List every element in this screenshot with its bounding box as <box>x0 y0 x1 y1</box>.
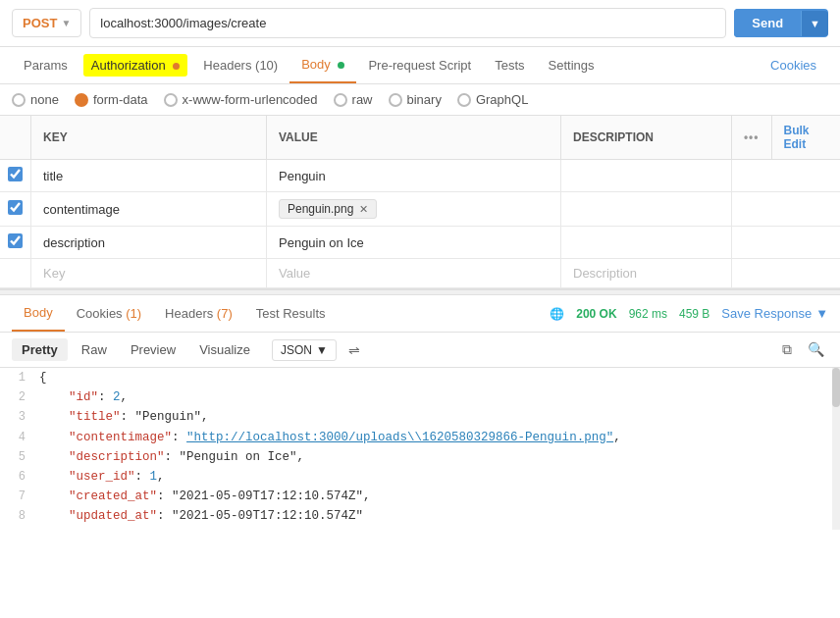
placeholder-value[interactable]: Value <box>267 259 561 288</box>
row2-key[interactable]: contentimage <box>31 192 267 227</box>
row1-checkbox[interactable] <box>8 167 23 181</box>
bulk-edit-header[interactable]: Bulk Edit <box>771 116 840 160</box>
checkbox-header-col <box>0 116 31 160</box>
radio-urlencoded[interactable]: x-www-form-urlencoded <box>164 92 318 107</box>
row3-value[interactable]: Penguin on Ice <box>267 227 561 259</box>
radio-binary-circle <box>389 93 402 107</box>
form-table: KEY VALUE DESCRIPTION ••• Bulk Edit titl… <box>0 116 840 288</box>
placeholder-key[interactable]: Key <box>31 259 267 288</box>
format-tab-preview[interactable]: Preview <box>121 338 185 361</box>
code-line-2: 2 "id": 2, <box>0 387 840 407</box>
method-selector[interactable]: POST ▼ <box>12 9 81 37</box>
placeholder-desc[interactable]: Description <box>561 259 732 288</box>
save-response-chevron: ▼ <box>815 306 828 321</box>
code-line-1: 1 { <box>0 368 840 387</box>
url-input[interactable] <box>89 8 726 38</box>
table-row: contentimage Penguin.png ✕ <box>0 192 840 227</box>
format-tab-pretty[interactable]: Pretty <box>12 338 68 361</box>
method-label: POST <box>23 16 57 30</box>
row2-desc[interactable] <box>561 192 732 227</box>
body-dot <box>338 62 344 69</box>
row1-value[interactable]: Penguin <box>267 160 561 192</box>
response-code-area: 1 { 2 "id": 2, 3 "title": "Penguin", 4 "… <box>0 368 840 530</box>
authorization-dot <box>173 63 180 70</box>
code-line-3: 3 "title": "Penguin", <box>0 407 840 427</box>
radio-urlencoded-circle <box>164 93 178 107</box>
table-row: description Penguin on Ice <box>0 227 840 259</box>
format-bar: Pretty Raw Preview Visualize JSON ▼ ⇌ ⧉ … <box>0 333 840 368</box>
radio-graphql-circle <box>457 93 471 107</box>
row2-value: Penguin.png ✕ <box>267 192 561 227</box>
scrollbar-track[interactable] <box>832 368 840 530</box>
tab-prerequest[interactable]: Pre-request Script <box>356 48 483 82</box>
radio-binary[interactable]: binary <box>389 92 442 107</box>
code-line-9: 9 } <box>0 527 840 531</box>
row1-key[interactable]: title <box>31 160 267 192</box>
file-tag-name: Penguin.png <box>288 202 353 216</box>
response-tabs: Body Cookies (1) Headers (7) Test Result… <box>0 295 840 333</box>
request-tabs: Params Authorization Headers (10) Body P… <box>0 47 840 84</box>
row3-desc[interactable] <box>561 227 732 259</box>
radio-form-data[interactable]: form-data <box>75 92 148 107</box>
response-tab-cookies[interactable]: Cookies (1) <box>65 296 153 331</box>
radio-raw[interactable]: raw <box>334 92 373 107</box>
json-select-chevron: ▼ <box>316 343 328 357</box>
format-tab-raw[interactable]: Raw <box>72 338 117 361</box>
code-line-7: 7 "created_at": "2021-05-09T17:12:10.574… <box>0 487 840 506</box>
row1-desc[interactable] <box>561 160 732 192</box>
file-tag: Penguin.png ✕ <box>279 199 377 219</box>
key-header: KEY <box>31 116 267 160</box>
placeholder-row: Key Value Description <box>0 259 840 288</box>
search-icon[interactable]: 🔍 <box>804 339 828 360</box>
response-status-bar: 🌐 200 OK 962 ms 459 B Save Response ▼ <box>550 306 828 321</box>
tab-body[interactable]: Body <box>289 47 356 83</box>
tab-authorization[interactable]: Authorization <box>83 54 188 77</box>
tab-headers[interactable]: Headers (10) <box>191 48 289 82</box>
filter-icon[interactable]: ⇌ <box>348 342 360 358</box>
status-code: 200 OK <box>576 307 616 321</box>
send-button-group: Send ▼ <box>734 9 828 37</box>
url-bar: POST ▼ Send ▼ <box>0 0 840 47</box>
code-line-6: 6 "user_id": 1, <box>0 467 840 487</box>
response-tab-headers[interactable]: Headers (7) <box>153 296 244 331</box>
cookies-link[interactable]: Cookies <box>759 48 828 82</box>
body-type-bar: none form-data x-www-form-urlencoded raw… <box>0 84 840 116</box>
row2-checkbox[interactable] <box>8 200 23 215</box>
code-line-5: 5 "description": "Penguin on Ice", <box>0 447 840 467</box>
value-header: VALUE <box>267 116 561 160</box>
radio-none[interactable]: none <box>12 92 59 107</box>
file-tag-remove[interactable]: ✕ <box>359 203 368 216</box>
format-tab-visualize[interactable]: Visualize <box>189 338 260 361</box>
globe-icon: 🌐 <box>550 307 564 321</box>
code-line-8: 8 "updated_at": "2021-05-09T17:12:10.574… <box>0 506 840 526</box>
send-button[interactable]: Send <box>734 9 801 37</box>
save-response-button[interactable]: Save Response ▼ <box>721 306 828 321</box>
tab-params[interactable]: Params <box>12 48 79 82</box>
radio-graphql[interactable]: GraphQL <box>457 92 528 107</box>
radio-raw-circle <box>334 93 347 107</box>
tab-settings[interactable]: Settings <box>537 48 606 82</box>
radio-form-data-circle <box>75 93 88 107</box>
form-table-container: KEY VALUE DESCRIPTION ••• Bulk Edit titl… <box>0 116 840 289</box>
code-line-4: 4 "contentimage": "http://localhost:3000… <box>0 428 840 447</box>
response-size: 459 B <box>679 307 709 321</box>
method-chevron-icon: ▼ <box>61 18 71 28</box>
copy-icon[interactable]: ⧉ <box>778 339 796 360</box>
desc-header: DESCRIPTION <box>561 116 732 160</box>
table-row: title Penguin <box>0 160 840 192</box>
row3-key[interactable]: description <box>31 227 267 259</box>
send-dropdown-button[interactable]: ▼ <box>801 11 828 36</box>
tab-tests[interactable]: Tests <box>483 48 536 82</box>
json-type-select[interactable]: JSON ▼ <box>272 339 337 361</box>
scrollbar-thumb[interactable] <box>832 368 840 407</box>
radio-none-circle <box>12 93 26 107</box>
row3-checkbox[interactable] <box>8 233 23 248</box>
contentimage-link[interactable]: "http://localhost:3000/uploads\\16205803… <box>186 431 613 444</box>
format-bar-right: ⧉ 🔍 <box>778 339 828 360</box>
response-tab-test-results[interactable]: Test Results <box>244 296 338 331</box>
response-tab-body[interactable]: Body <box>12 295 65 332</box>
dots-header: ••• <box>731 116 771 160</box>
response-time: 962 ms <box>629 307 667 321</box>
